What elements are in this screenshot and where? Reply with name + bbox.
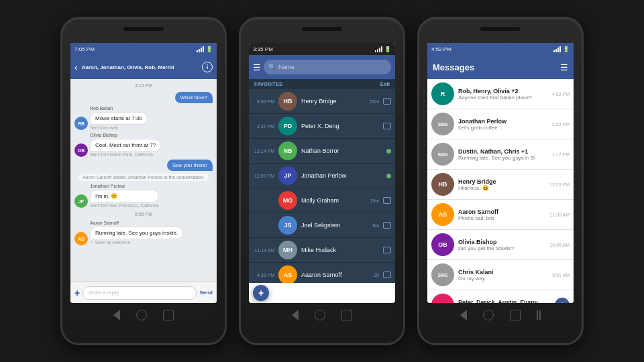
contact-molly-graham[interactable]: MG Molly Graham 19m (249, 188, 395, 213)
timestamp-1: 3:15 PM (74, 83, 213, 88)
msg-text-jp: I'm in. 😊 (90, 190, 159, 202)
avatar-group-1: R (431, 82, 454, 105)
search-bar[interactable]: 🔍 (264, 60, 391, 74)
conv-time: 12:29 PM (549, 182, 570, 187)
conv-aaron[interactable]: AS Aaron Sarnoff Phone call, brb 11:09 A… (427, 200, 574, 230)
msg-text-rob: Movie starts at 7:30 (90, 112, 148, 125)
contact-name: Molly Graham (301, 197, 366, 204)
chat-header: ‹ Aaron, Jonathan, Olivia, Rob, Merrill … (70, 55, 217, 79)
avatar-joel: JS (278, 216, 297, 235)
msg-info-5: Aaron Sarnoff Phone call, brb (458, 208, 545, 221)
status-bar-3: 4:52 PM 🔋 (427, 43, 574, 55)
conv-jonathan[interactable]: SMS Jonathan Perlow Let's grab coffee...… (427, 109, 574, 139)
menu-nav[interactable] (537, 310, 541, 320)
avatar-olivia: OB (74, 143, 88, 157)
reply-input[interactable]: Write a reply (83, 286, 197, 300)
conv-chris[interactable]: SMS Chris Kalani On my way 9:51 AM (427, 260, 574, 290)
info-icon[interactable]: i (202, 62, 213, 72)
send-button[interactable]: Send (199, 290, 213, 296)
contact-aaron-sarnoff[interactable]: 4:33 PM AS Aaaron Sarnoff 26 (249, 263, 395, 283)
avatar-jonathan: JP (278, 166, 297, 185)
favorites-label: FAVORITES (254, 81, 282, 87)
contact-joel-seligstein[interactable]: JS Joel Seligstein 9m (249, 213, 395, 238)
msg-left-aaron: AS Aaron Sarnoff Running late. See you g… (74, 221, 183, 245)
conv-time: 1:17 PM (552, 152, 570, 157)
msg-right-2: See you there! (167, 160, 213, 171)
sender-rob: Rob Balian (90, 106, 148, 111)
conv-preview: Running late. See you guys in 5! (458, 155, 548, 161)
avatar-aaron-3: AS (431, 203, 454, 226)
edit-button[interactable]: Edit (380, 81, 390, 87)
sender-aaron: Aaron Sarnoff (90, 221, 183, 225)
back-nav-2[interactable] (292, 310, 299, 320)
reply-fab-inline[interactable]: + (555, 298, 570, 303)
contacts-nav-icon[interactable]: ☰ (560, 62, 568, 72)
timestamp-2: 6:56 PM (74, 212, 213, 217)
chat-messages: 3:15 PM What time? RB Rob Balian Movie s… (70, 79, 217, 282)
recent-nav-2[interactable] (341, 310, 352, 320)
msg-text-olivia: Cool. Meet out front at 7? (90, 139, 161, 152)
contact-jonathan-perlow[interactable]: 12:09 PM JP Jonathan Perlow (249, 164, 395, 188)
contact-time: 2:37 PM (253, 124, 274, 129)
conv-peter-group[interactable]: P Peter, Derick, Austin, Evany cool + (427, 290, 574, 303)
contact-name: Aaaron Sarnoff (301, 272, 370, 278)
contacts-header: ☰ 🔍 (249, 55, 395, 79)
conv-rob-henry[interactable]: R Rob, Henry, Olivia +2 Anyone tried tha… (427, 79, 574, 109)
contact-henry-bridge[interactable]: 3:06 PM HB Henry Bridge 55m (249, 89, 395, 114)
nav-bar-2 (249, 306, 395, 324)
recent-nav[interactable] (163, 310, 174, 320)
msg-indicator (383, 197, 391, 204)
recent-nav-3[interactable] (510, 310, 521, 320)
home-nav-2[interactable] (315, 310, 325, 320)
back-nav-3[interactable] (460, 310, 467, 320)
conv-name: Aaron Sarnoff (458, 208, 545, 215)
msg-content-jp: Jonathan Perlow I'm in. 😊 Sent from San … (90, 184, 159, 208)
messages-header: Messages ☰ (427, 55, 574, 79)
conv-time: 2:32 PM (552, 122, 570, 127)
conv-preview: Anyone tried that Italian place? (458, 95, 548, 101)
search-input[interactable] (278, 64, 386, 70)
messages-screen: 4:52 PM 🔋 Messages ☰ R Rob, Henry, Olivi… (427, 43, 574, 303)
home-nav-3[interactable] (483, 310, 494, 320)
conv-preview: On my way (458, 276, 548, 282)
back-icon[interactable]: ‹ (74, 62, 78, 72)
battery-icon: 🔋 (206, 46, 213, 52)
conv-olivia[interactable]: OB Olivia Bishop Did you get the tickets… (427, 230, 574, 260)
chat-title: Aaron, Jonathan, Olivia, Rob, Merrill (82, 64, 199, 70)
add-icon[interactable]: + (74, 288, 80, 298)
contacts-list: FAVORITES Edit 3:06 PM HB Henry Bridge 5… (249, 79, 395, 283)
avatar-aaron-s: AS (278, 265, 297, 283)
nav-bar-1 (70, 306, 217, 324)
signal-icon-3 (553, 46, 561, 52)
favorites-section-header: FAVORITES Edit (249, 79, 395, 89)
contact-nathan-borror[interactable]: 12:14 PM NB Nathan Borror (249, 139, 395, 164)
msg-content-olivia: Olivia Bishop Cool. Meet out front at 7?… (90, 133, 161, 157)
contacts-screen: 3:15 PM 🔋 ☰ 🔍 FAVORITES Edit 3:06 PM (249, 43, 395, 303)
contacts-list-icon[interactable]: ☰ (253, 62, 261, 72)
contact-time: 4:33 PM (253, 273, 274, 278)
home-nav[interactable] (136, 310, 147, 320)
conv-henry[interactable]: HB Henry Bridge Hilarious. 😄 12:29 PM (427, 170, 574, 200)
conv-name: Dustin, Nathan, Chris +1 (458, 148, 548, 155)
avatar-sms-ck: SMS (431, 263, 454, 286)
status-time-1: 7:05 PM (74, 46, 95, 52)
contact-peter-deng[interactable]: 2:37 PM PD Peter X. Deng (249, 114, 395, 139)
msg-indicator (383, 222, 391, 229)
msg-info-1: Rob, Henry, Olivia +2 Anyone tried that … (458, 88, 548, 101)
conv-time: 10:45 AM (549, 243, 570, 247)
status-time-2: 3:15 PM (253, 46, 273, 52)
contact-badge: 26 (374, 273, 379, 278)
input-placeholder: Write a reply (89, 290, 119, 296)
signal-icon (197, 46, 204, 52)
conv-name: Henry Bridge (458, 178, 545, 185)
phone-3: 4:52 PM 🔋 Messages ☰ R Rob, Henry, Olivi… (417, 17, 584, 345)
contact-mike-hudack[interactable]: 11:14 AM MH Mike Hudack (249, 238, 395, 263)
battery-icon-2: 🔋 (384, 46, 391, 52)
chat-input-bar: + Write a reply Send (70, 282, 217, 303)
contact-name: Henry Bridge (301, 98, 366, 105)
sender-olivia: Olivia Bishop (90, 133, 161, 137)
contact-name: Nathan Borror (301, 147, 382, 154)
back-nav[interactable] (113, 310, 120, 320)
compose-fab[interactable]: + (253, 285, 269, 301)
conv-dustin[interactable]: SMS Dustin, Nathan, Chris +1 Running lat… (427, 139, 574, 170)
